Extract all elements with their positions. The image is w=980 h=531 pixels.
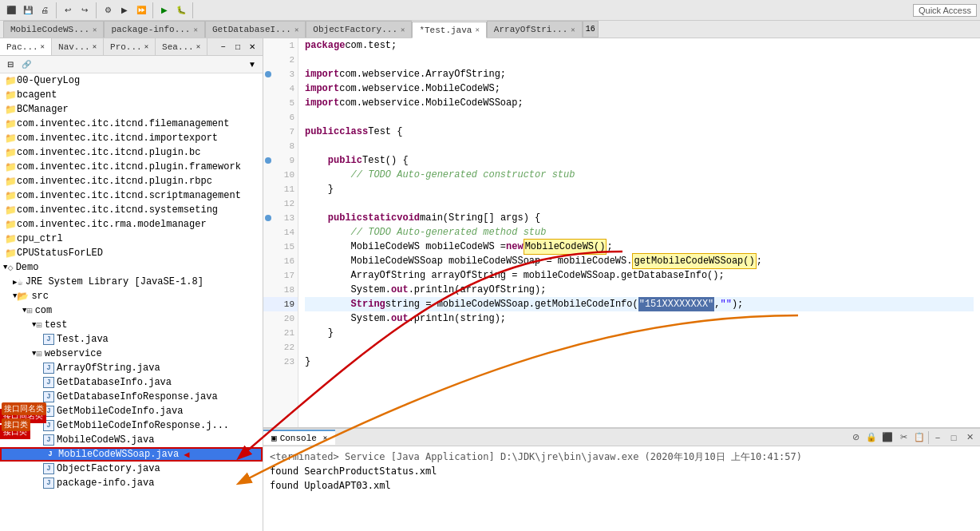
quick-access-button[interactable]: Quick Access [913, 4, 977, 17]
toolbar-btn-nav1[interactable]: ⚙ [100, 2, 116, 18]
toolbar-btn-nav3[interactable]: ⏩ [133, 2, 149, 18]
src-icon: 📂 [17, 291, 29, 303]
collapse-all-btn[interactable]: ⊟ [3, 57, 18, 72]
tree-item-mobilecodews[interactable]: J MobileCodeWS.java [0, 433, 263, 447]
tab-arrayofstring[interactable]: ArrayOfStri... ✕ [487, 21, 583, 38]
tree-item-src[interactable]: ▼ 📂 src [0, 289, 263, 303]
tab-close-mobilecodews[interactable]: ✕ [93, 26, 97, 34]
toolbar-btn-redo[interactable]: ↪ [77, 2, 93, 18]
folder-icon: 📁 [3, 104, 17, 116]
tree-item-test-pkg[interactable]: ▼ ⊞ test [0, 318, 263, 332]
tree-item-webservice-pkg[interactable]: ▼ ⊞ webservice [0, 347, 263, 361]
left-panel-close[interactable]: ✕ [245, 40, 259, 54]
console-terminate-btn[interactable]: ⬛ [880, 430, 895, 445]
tree-item-scriptmgmt[interactable]: 📁 com.inventec.itc.itcnd.scriptmanagemen… [0, 188, 263, 203]
code-line-20: System.out.println(string); [305, 311, 974, 326]
tab-packageinfo[interactable]: package-info... ✕ [104, 21, 204, 38]
line-num-10: 10 [263, 168, 298, 182]
tab-objectfactory[interactable]: ObjectFactory... ✕ [306, 21, 412, 38]
arrow-indicator: ◀ [184, 449, 189, 461]
view-menu-btn[interactable]: ▼ [245, 57, 259, 72]
code-content: package com.test; import com.webservice.… [298, 38, 980, 427]
tree-item-bcmanager[interactable]: 📁 BCManager [0, 102, 263, 117]
console-output: <terminated> Service [Java Application] … [263, 446, 980, 531]
tab-testjava[interactable]: *Test.java ✕ [412, 22, 486, 38]
left-tab-pro[interactable]: Pro... ✕ [104, 38, 156, 55]
tree-item-jre[interactable]: ▶ ☕ JRE System Library [JavaSE-1.8] [0, 275, 263, 289]
java-file-icon: J [45, 449, 56, 460]
tree-item-arrayofstring[interactable]: J ArrayOfString.java [0, 361, 263, 375]
line-num-11: 11 [263, 182, 298, 196]
tree-item-systemseting[interactable]: 📁 com.inventec.itc.itcnd.systemseting [0, 203, 263, 217]
code-line-17: ArrayOfString arrayOfString = mobileCode… [305, 268, 974, 283]
tab-close-objectfactory[interactable]: ✕ [401, 26, 405, 34]
folder-icon: 📁 [3, 75, 17, 87]
left-annotation-interface-same: 接口同名类 [2, 402, 46, 415]
tree-item-pluginrbpc[interactable]: 📁 com.inventec.itc.itcnd.plugin.rbpc [0, 174, 263, 188]
tab-getdatabasei[interactable]: GetDatabaseI... ✕ [205, 21, 306, 38]
console-tab[interactable]: ▣ Console ✕ [263, 430, 335, 445]
toolbar-btn-debug[interactable]: 🐛 [173, 2, 189, 18]
tree-item-filemanagement[interactable]: 📁 com.inventec.itc.itcnd.filemanagement [0, 117, 263, 131]
java-file-icon: J [43, 377, 54, 388]
console-disconnect-btn[interactable]: ✂ [896, 430, 911, 445]
left-tab-search[interactable]: Sea... ✕ [156, 38, 207, 55]
toolbar-btn-nav2[interactable]: ▶ [117, 2, 132, 18]
left-panel-maximize[interactable]: □ [231, 40, 245, 54]
folder-icon: 📁 [3, 233, 17, 245]
tab-label: MobileCodeWS... [10, 25, 89, 34]
toolbar-btn-3[interactable]: 🖨 [37, 2, 53, 18]
code-line-9: public Test() { [305, 153, 974, 168]
tree-item-modelmanager[interactable]: 📁 com.inventec.itc.rma.modelmanager [0, 217, 263, 232]
line-num-23: 23 [263, 355, 298, 369]
link-editor-btn[interactable]: 🔗 [19, 57, 34, 72]
folder-icon: 📁 [3, 89, 17, 101]
toolbar-group-run: ▶ 🐛 [156, 2, 193, 18]
tree-item-pluginfw[interactable]: 📁 com.inventec.itc.itcnd.plugin.framewor… [0, 160, 263, 174]
left-panel: Pac... ✕ Nav... ✕ Pro... ✕ Sea... ✕ − □ … [0, 38, 263, 531]
tree-item-pluginbc[interactable]: 📁 com.inventec.itc.itcnd.plugin.bc [0, 145, 263, 160]
tab-overflow[interactable]: 16 [583, 21, 599, 38]
toolbar-btn-undo[interactable]: ↩ [60, 2, 76, 18]
console-minimize-btn[interactable]: − [931, 430, 945, 445]
tree-item-com[interactable]: ▼ ⊞ com [0, 303, 263, 318]
toolbar-btn-2[interactable]: 💾 [20, 2, 36, 18]
toolbar-group-file: ⬛ 💾 🖨 [3, 2, 57, 18]
tree-item-packageinfojava[interactable]: J package-info.java [0, 476, 263, 490]
left-panel-toolbar: ⊟ 🔗 ▼ [0, 56, 263, 73]
tree-item-cpuctrl[interactable]: 📁 cpu_ctrl [0, 232, 263, 246]
tree-item-importexport[interactable]: 📁 com.inventec.itc.itcnd.importexport [0, 131, 263, 145]
console-close-btn[interactable]: ✕ [962, 430, 977, 445]
tab-close-getdatabasei[interactable]: ✕ [294, 26, 298, 34]
left-panel-minimize[interactable]: − [216, 40, 231, 54]
tree-item-testjava[interactable]: J Test.java [0, 332, 263, 347]
tree-item-getdatabaseinfo[interactable]: J GetDatabaseInfo.java [0, 375, 263, 390]
tree-item-mobilecodewssoap[interactable]: J MobileCodeWSSoap.java ◀ [0, 447, 263, 462]
line-num-18: 18 [263, 283, 298, 297]
console-maximize-btn[interactable]: □ [946, 430, 961, 445]
code-line-1: package com.test; [305, 38, 974, 53]
tree-item-querylog[interactable]: 📁 00-QueryLog [0, 73, 263, 88]
folder-icon: 📁 [3, 147, 17, 159]
tab-close-arrayofstring[interactable]: ✕ [571, 26, 575, 34]
left-tab-nav[interactable]: Nav... ✕ [52, 38, 104, 55]
highlight-151-number: "151XXXXXXXX" [638, 297, 715, 311]
tab-close-packageinfo[interactable]: ✕ [193, 26, 197, 34]
tree-item-cpustatusled[interactable]: 📁 CPUStatusForLED [0, 246, 263, 260]
console-scroll-lock-btn[interactable]: 🔒 [864, 430, 879, 445]
code-editor: 1 2 3 4 5 6 7 8 9 10 11 12 13 14 15 16 1… [263, 38, 980, 427]
console-open-console-btn[interactable]: 📋 [912, 430, 927, 445]
tree-item-objectfactory[interactable]: J ObjectFactory.java [0, 462, 263, 476]
console-tab-close[interactable]: ✕ [323, 434, 327, 442]
tree-item-demo[interactable]: ▼ ◇ Demo [0, 260, 263, 275]
line-num-19: 19 [263, 297, 298, 311]
toolbar-btn-1[interactable]: ⬛ [3, 2, 19, 18]
editor-tab-bar: MobileCodeWS... ✕ package-info... ✕ GetD… [0, 21, 980, 38]
console-clear-btn[interactable]: ⊘ [848, 430, 863, 445]
tab-mobilecodews[interactable]: MobileCodeWS... ✕ [3, 21, 104, 38]
tab-close-testjava[interactable]: ✕ [475, 26, 479, 34]
toolbar-btn-run[interactable]: ▶ [156, 2, 172, 18]
left-tab-package[interactable]: Pac... ✕ [0, 38, 52, 55]
tree-item-bcagent[interactable]: 📁 bcagent [0, 88, 263, 102]
line-num-12: 12 [263, 196, 298, 211]
